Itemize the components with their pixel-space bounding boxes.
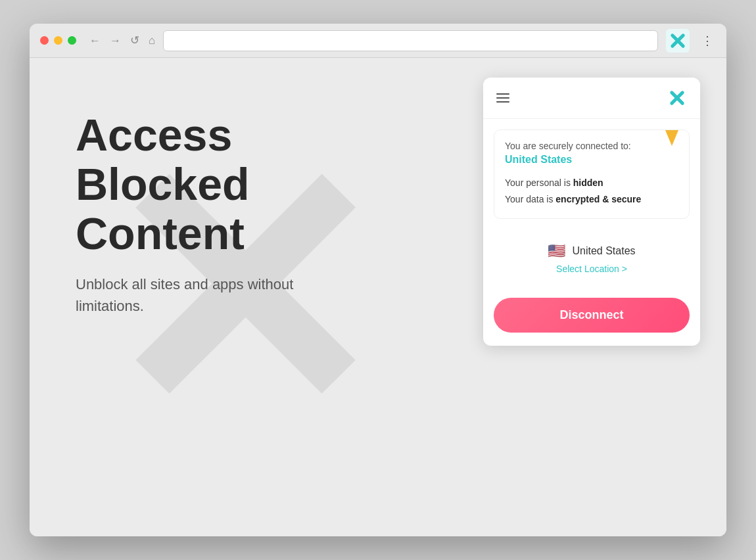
forward-button[interactable]: →	[110, 35, 121, 46]
extension-button[interactable]	[666, 29, 690, 53]
security-info: Your personal is hidden Your data is enc…	[505, 175, 678, 208]
refresh-button[interactable]: ↺	[130, 35, 139, 46]
security-line1-prefix: Your personal is	[505, 177, 573, 188]
location-name: United States	[572, 245, 635, 257]
status-card: You are securely connected to: United St…	[494, 129, 690, 219]
webpage: ✕ Access Blocked Content Unblock all sit…	[30, 58, 726, 536]
page-content: Access Blocked Content Unblock all sites…	[76, 110, 417, 317]
more-options-button[interactable]: ⋮	[697, 32, 716, 50]
connected-country: United States	[505, 154, 678, 166]
country-flag: 🇺🇸	[548, 243, 565, 260]
title-bar: ← → ↺ ⌂ ⋮	[30, 24, 726, 58]
traffic-lights	[40, 36, 76, 45]
select-location-link[interactable]: Select Location >	[494, 264, 690, 274]
location-row: 🇺🇸 United States	[494, 243, 690, 260]
nav-buttons: ← → ↺ ⌂	[89, 35, 155, 46]
close-button[interactable]	[40, 36, 49, 45]
page-subtext: Unblock all sites and apps without limit…	[76, 273, 339, 317]
menu-button[interactable]	[496, 93, 509, 103]
browser-window: ← → ↺ ⌂ ⋮ ✕ Access Blocked Content Unblo…	[30, 24, 726, 536]
maximize-button[interactable]	[68, 36, 76, 45]
home-button[interactable]: ⌂	[149, 35, 155, 46]
page-headline: Access Blocked Content	[76, 110, 417, 258]
popup-logo-icon	[667, 88, 687, 108]
minimize-button[interactable]	[54, 36, 62, 45]
back-button[interactable]: ←	[89, 35, 101, 46]
vpn-popup: You are securely connected to: United St…	[483, 78, 700, 346]
address-bar[interactable]	[163, 30, 658, 51]
security-line2-bold: encrypted & secure	[555, 194, 641, 204]
security-line2-prefix: Your data is	[505, 194, 555, 204]
connected-text: You are securely connected to:	[505, 141, 678, 151]
vpn-extension-icon	[668, 31, 688, 51]
popup-header	[483, 78, 700, 119]
disconnect-button[interactable]: Disconnect	[494, 298, 690, 333]
security-line1-bold: hidden	[573, 177, 603, 188]
location-section: 🇺🇸 United States Select Location >	[483, 229, 700, 298]
bookmark-icon	[665, 130, 678, 146]
